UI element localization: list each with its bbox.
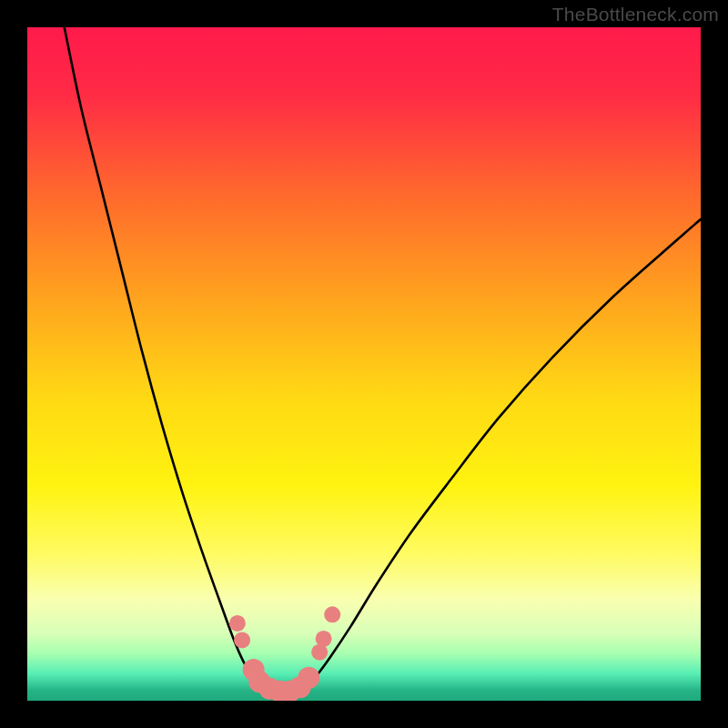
data-point <box>234 632 250 648</box>
outer-frame: TheBottleneck.com <box>0 0 728 728</box>
gradient-background <box>27 27 701 701</box>
data-point <box>324 606 340 622</box>
watermark-text: TheBottleneck.com <box>552 4 719 25</box>
data-point <box>229 615 246 632</box>
data-point <box>316 631 332 647</box>
data-point <box>298 667 319 689</box>
chart-canvas <box>27 27 701 701</box>
plot-area <box>27 27 701 701</box>
